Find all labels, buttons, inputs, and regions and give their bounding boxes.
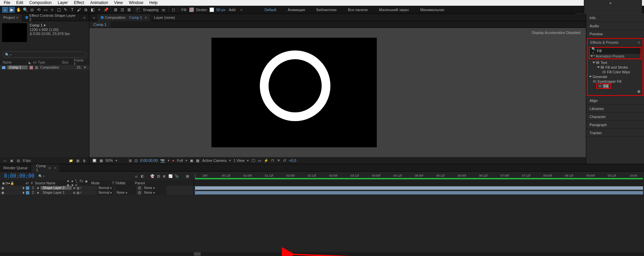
comp-link[interactable]: Comp 1 (129, 15, 142, 20)
label-swatch[interactable] (30, 66, 33, 69)
ws-minimal[interactable]: Минимальная (415, 8, 450, 12)
col-name-header[interactable]: Name (3, 61, 29, 64)
tree-fill-stroke[interactable]: Fill and Stroke (605, 65, 628, 69)
rotation-tool-icon[interactable]: ⟲ (36, 7, 42, 13)
menu-window[interactable]: Window (126, 0, 146, 6)
stroke-swatch[interactable] (209, 7, 214, 12)
expand-layer-icon[interactable] (23, 187, 25, 189)
effects-search-input[interactable] (597, 49, 643, 53)
panel-character[interactable]: Character (586, 113, 644, 121)
roto-tool-icon[interactable]: ✧ (96, 7, 102, 13)
prev-tab-icon[interactable]: « (91, 14, 97, 21)
col-size-header[interactable]: Size (62, 61, 74, 64)
trkmat-header[interactable]: T TrkMat (112, 181, 133, 185)
snap-opts-icon[interactable]: ⚌ (161, 7, 167, 13)
new-bin-icon[interactable]: ▣ (9, 158, 13, 162)
layer-duration-bar[interactable] (195, 191, 643, 194)
interpret-footage-icon[interactable]: ▭ (3, 158, 7, 162)
bpc-label[interactable]: 8 bpc (23, 159, 31, 162)
tab-project[interactable]: Project ≡ (0, 14, 22, 21)
tree-text[interactable]: Text (601, 61, 607, 65)
more-ws-icon[interactable]: » (607, 0, 613, 6)
label-swatch[interactable] (26, 191, 29, 194)
snapshot-icon[interactable]: 📷 (160, 158, 165, 163)
camera-dropdown[interactable]: Active Camera (202, 158, 226, 162)
panel-menu-icon[interactable]: ≡ (638, 40, 640, 44)
tab-render-queue[interactable]: Render Queue (0, 164, 31, 171)
layer-duration-bar[interactable] (195, 186, 643, 190)
time-ruler[interactable]: :00f 00:12f 01:00f 01:12f 02:00f 02:12f … (194, 174, 644, 178)
panel-audio[interactable]: Audio (586, 22, 644, 30)
menu-file[interactable]: File (1, 0, 13, 6)
timeline-zoom-scrollbar[interactable] (0, 252, 644, 256)
hand-tool-icon[interactable]: ✋ (15, 7, 22, 13)
panel-align[interactable]: Align (586, 97, 644, 105)
fast-previews-icon[interactable]: ⊡ (134, 158, 137, 163)
comp-canvas[interactable] (211, 38, 377, 147)
tree-eyedropper-fill[interactable]: Eyedropper Fill (598, 79, 621, 83)
trkmat-dropdown[interactable]: None ▾ (115, 190, 136, 195)
tree-fill-color-wipe[interactable]: Fill Color Wipe (607, 70, 630, 74)
parent-header[interactable]: Parent (135, 181, 145, 185)
tree-fill-effect[interactable]: Fill (596, 83, 611, 89)
flowchart-icon[interactable]: ⚘ (277, 158, 280, 163)
tab-timeline-comp[interactable]: Comp 1 ≡ × (31, 164, 59, 171)
parent-pickwhip-icon[interactable]: @ (137, 191, 142, 195)
work-area-bar[interactable] (195, 178, 643, 179)
shape-ring[interactable] (260, 50, 330, 121)
grid-icon[interactable]: ▦ (99, 158, 103, 163)
puppet-tool-icon[interactable]: 📌 (103, 7, 109, 13)
label-header-icon[interactable]: 🏷 (26, 181, 29, 185)
current-time-indicator[interactable] (195, 190, 195, 195)
tab-layer-none[interactable]: Layer (none) (151, 14, 178, 21)
clone-tool-icon[interactable]: ⧉ (83, 7, 89, 13)
ws-allpanels[interactable]: Все панели (343, 8, 373, 12)
view-layout[interactable]: 1 View (234, 158, 245, 162)
selection-tool-icon[interactable]: ▶ (9, 7, 15, 13)
panel-menu-icon[interactable]: ≡ (16, 15, 18, 20)
panel-tracker[interactable]: Tracker (586, 129, 644, 137)
pen-tool-icon[interactable]: ✎ (63, 7, 69, 13)
resolution-dropdown[interactable]: Full (177, 158, 183, 162)
ws-libraries[interactable]: Библиотеки (311, 8, 342, 12)
expand-icon[interactable] (593, 62, 595, 64)
comp-mini-flowchart-icon[interactable]: ⚌ (134, 174, 138, 178)
orbit-tool-icon[interactable]: ◎ (29, 7, 35, 13)
col-label-icon[interactable]: ◣ (29, 61, 33, 64)
ws-small[interactable]: Маленький экран (374, 8, 414, 12)
fill-swatch[interactable] (189, 7, 194, 12)
current-time-indicator[interactable] (195, 186, 195, 190)
shy-icon[interactable]: 👻 (150, 174, 154, 178)
layer-switches[interactable]: ⊕ ▨ / (73, 186, 92, 190)
expand-icon[interactable] (591, 56, 593, 57)
video-switch-icon[interactable]: ◉ (1, 191, 5, 194)
viewport[interactable]: Display Acceleration Disabled (89, 28, 586, 157)
tab-effect-controls[interactable]: Effect Controls Shape Layer 2 (22, 14, 80, 21)
channel-icon[interactable]: ● (172, 158, 174, 162)
panel-menu-icon[interactable]: ≡ (49, 166, 51, 170)
delete-icon[interactable]: 🗑 (82, 158, 86, 162)
layer-name[interactable]: Shape Layer 1 (41, 191, 72, 194)
menu-composition[interactable]: Composition (26, 0, 55, 6)
layer-row[interactable]: ◉ 2 ★ Shape Layer 1 ⊕ ▨ / Normal ▾ None … (0, 190, 644, 195)
draft3d-icon[interactable]: ◧ (140, 174, 144, 178)
exposure-value[interactable]: +0,0 (289, 158, 296, 162)
menu-view[interactable]: View (111, 0, 126, 6)
current-time-indicator[interactable] (195, 174, 195, 178)
attach-icon[interactable]: 📎 (174, 174, 178, 178)
brush-tool-icon[interactable]: 🖌 (76, 7, 82, 13)
panel-info[interactable]: Info (586, 14, 644, 22)
panel-preview[interactable]: Preview (586, 30, 644, 38)
transparency-icon[interactable]: ▦ (196, 158, 199, 163)
label-swatch[interactable] (26, 186, 29, 190)
flowchart-icon[interactable]: ⚘ (83, 66, 86, 69)
tab-overflow-icon[interactable]: » (80, 14, 89, 21)
switches-header[interactable]: ♣ ✱ ╲ fx ▣ ◉ ◑ ⊙ (67, 179, 89, 187)
eraser-tool-icon[interactable]: ◧ (89, 7, 95, 13)
project-item-row[interactable]: Comp 1 ▥ Composition 23, ⚘ (0, 65, 89, 70)
menu-animation[interactable]: Animation (87, 0, 111, 6)
timecode[interactable]: 0;00;00;00 (0, 173, 38, 179)
stroke-value[interactable]: 50 px (216, 8, 225, 12)
ws-animation[interactable]: Анимация (282, 8, 311, 12)
project-search-input[interactable]: 🔍╺ (3, 51, 86, 58)
